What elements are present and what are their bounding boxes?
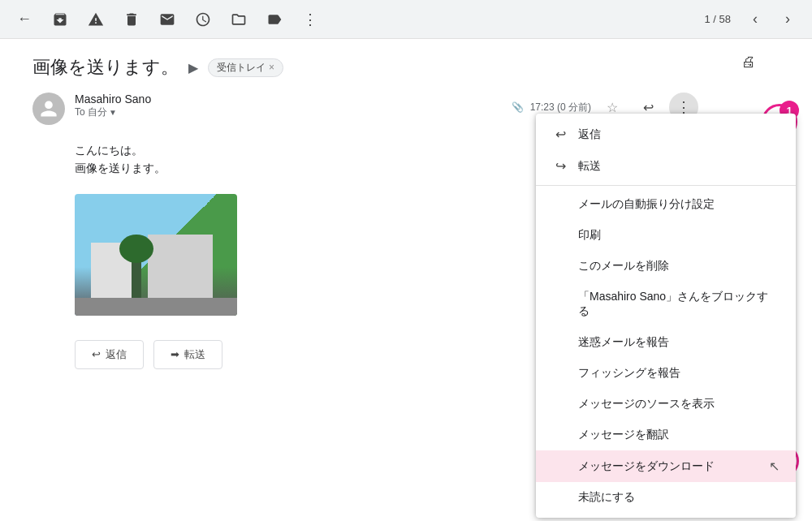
more-toolbar-button[interactable]: ⋮ — [296, 5, 325, 34]
sender-to[interactable]: To 自分 ▼ — [75, 105, 502, 119]
archive-button[interactable] — [45, 5, 75, 34]
menu-item-download[interactable]: メッセージをダウンロード ↖ — [536, 450, 796, 482]
forward-btn-label: 転送 — [184, 347, 205, 362]
chevron-down-icon: ▼ — [109, 108, 117, 117]
delete-button[interactable] — [117, 5, 146, 34]
forward-icon: ▶ — [188, 60, 198, 75]
menu-item-view-source[interactable]: メッセージのソースを表示 — [536, 389, 796, 420]
report-button[interactable] — [81, 5, 110, 34]
toolbar-left: ← ⋮ — [10, 5, 704, 34]
top-toolbar: ← ⋮ 1 / 58 ‹ › — [0, 0, 812, 39]
menu-report-phishing-label: フィッシングを報告 — [578, 366, 680, 381]
back-button[interactable]: ← — [10, 5, 39, 34]
menu-mark-unread-label: 未読にする — [578, 490, 635, 505]
more-toolbar-icon: ⋮ — [303, 11, 317, 28]
menu-item-delete-mail[interactable]: このメールを削除 — [536, 251, 796, 282]
building2 — [148, 235, 213, 299]
menu-report-spam-label: 迷惑メールを報告 — [578, 335, 669, 350]
menu-item-block[interactable]: 「Masahiro Sano」さんをブロックする — [536, 282, 796, 327]
tree — [132, 251, 141, 299]
menu-block-label: 「Masahiro Sano」さんをブロックする — [578, 290, 780, 319]
email-subject-row: 画像を送ります。 ▶ 受信トレイ × — [32, 55, 698, 80]
timestamp: 17:23 (0 分前) — [530, 101, 591, 114]
sender-avatar — [32, 93, 65, 125]
email-attachment-image[interactable] — [75, 194, 237, 316]
label-text: 受信トレイ — [217, 61, 266, 75]
menu-forward-label: 転送 — [578, 159, 601, 174]
move-button[interactable] — [224, 5, 253, 34]
reply-btn-label: 返信 — [106, 347, 127, 362]
menu-item-translate[interactable]: メッセージを翻訳 — [536, 420, 796, 450]
attachment-icon: 📎 — [512, 101, 524, 113]
reply-button[interactable]: ↩ 返信 — [75, 340, 144, 369]
prev-page-button[interactable]: ‹ — [741, 5, 770, 34]
next-page-button[interactable]: › — [773, 5, 802, 34]
label-close-button[interactable]: × — [269, 62, 274, 73]
cursor-indicator: ↖ — [769, 459, 780, 474]
menu-download-label: メッセージをダウンロード — [578, 459, 715, 474]
menu-item-reply[interactable]: ↩ 返信 — [536, 118, 796, 150]
menu-item-report-phishing[interactable]: フィッシングを報告 — [536, 358, 796, 389]
menu-item-forward[interactable]: ↪ 転送 — [536, 150, 796, 182]
menu-print-label: 印刷 — [578, 228, 601, 243]
menu-translate-label: メッセージを翻訳 — [578, 428, 669, 442]
menu-item-report-spam[interactable]: 迷惑メールを報告 — [536, 327, 796, 358]
menu-reply-label: 返信 — [578, 127, 601, 142]
print-button-area: 🖨 — [734, 47, 763, 76]
forward-btn-icon: ➡ — [171, 348, 179, 360]
sender-name: Masahiro Sano — [75, 93, 502, 105]
menu-delete-mail-label: このメールを削除 — [578, 259, 669, 273]
menu-divider-1 — [536, 185, 796, 186]
sender-to-text: To 自分 — [75, 105, 107, 119]
context-menu: ↩ 返信 ↪ 転送 メールの自動振り分け設定 印刷 このメールを削除 「Masa… — [536, 114, 796, 518]
forward-menu-icon: ↪ — [552, 158, 568, 174]
menu-auto-sort-label: メールの自動振り分け設定 — [578, 197, 715, 212]
reply-btn-icon: ↩ — [92, 348, 101, 360]
label-button[interactable] — [260, 5, 289, 34]
mark-unread-button[interactable] — [153, 5, 182, 34]
reply-menu-icon: ↩ — [552, 127, 568, 142]
print-button[interactable]: 🖨 — [734, 47, 763, 76]
sender-info: Masahiro Sano To 自分 ▼ — [75, 93, 502, 119]
menu-view-source-label: メッセージのソースを表示 — [578, 397, 715, 411]
road — [75, 298, 237, 316]
menu-item-auto-sort[interactable]: メールの自動振り分け設定 — [536, 189, 796, 220]
menu-item-print[interactable]: 印刷 — [536, 220, 796, 251]
email-subject: 画像を送ります。 — [32, 55, 179, 80]
label-badge: 受信トレイ × — [208, 58, 283, 77]
forward-button[interactable]: ➡ 転送 — [153, 340, 222, 369]
page-count: 1 / 58 — [704, 13, 731, 25]
snooze-button[interactable] — [188, 5, 218, 34]
menu-item-mark-unread[interactable]: 未読にする — [536, 482, 796, 513]
toolbar-right: 1 / 58 ‹ › — [704, 5, 802, 34]
